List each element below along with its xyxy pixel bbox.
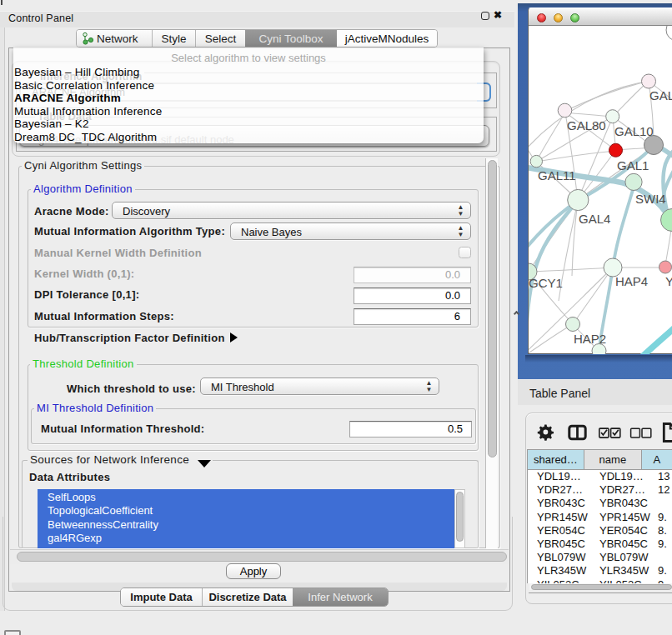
svg-text:HAP4: HAP4	[615, 274, 648, 288]
svg-text:SWI4: SWI4	[635, 192, 666, 206]
svg-text:Y: Y	[665, 274, 672, 288]
svg-text:GAL: GAL	[649, 88, 672, 102]
svg-text:GAL1: GAL1	[617, 158, 649, 172]
svg-text:GAL80: GAL80	[567, 118, 606, 132]
svg-text:GCY1: GCY1	[529, 276, 563, 290]
svg-text:HAP2: HAP2	[574, 332, 606, 346]
svg-text:GAL4: GAL4	[579, 212, 610, 226]
svg-text:GAL10: GAL10	[614, 124, 654, 138]
svg-text:GAL11: GAL11	[538, 168, 576, 182]
